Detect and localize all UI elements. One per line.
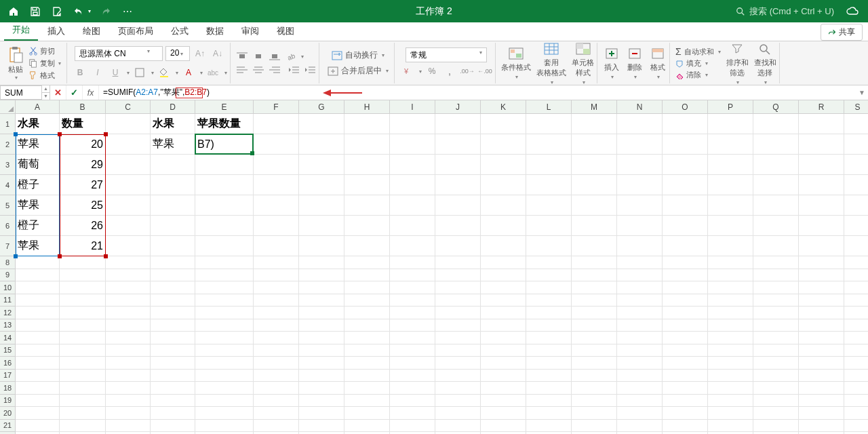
cell[interactable] [254,294,299,307]
cell[interactable] [617,382,663,395]
cell[interactable] [753,344,799,357]
cell[interactable] [151,357,195,370]
cell[interactable] [60,407,106,420]
cell[interactable] [254,175,299,195]
cell[interactable] [753,114,799,134]
cell[interactable] [60,269,106,282]
cell[interactable] [106,281,151,294]
cell[interactable] [844,175,868,195]
cell[interactable] [254,281,299,294]
cell[interactable] [799,216,844,236]
row-header-5[interactable]: 5 [0,195,16,216]
cell[interactable] [572,357,617,370]
decrease-indent-icon[interactable] [288,65,300,75]
cell[interactable] [106,307,151,319]
cell[interactable] [299,382,344,395]
cell[interactable] [390,395,435,408]
cell[interactable] [617,281,663,294]
cell[interactable] [435,307,481,319]
cell[interactable]: 苹果 [151,134,195,155]
italic-button[interactable]: I [90,65,105,80]
cell[interactable] [344,319,390,332]
row-header-16[interactable]: 16 [0,357,16,370]
cell[interactable] [106,395,151,408]
cell[interactable] [844,395,868,408]
conditional-format-button[interactable]: 条件格式▾ [501,46,531,80]
col-header-h[interactable]: H [344,100,390,114]
cell[interactable]: 水果 [16,114,60,134]
cell[interactable] [844,216,868,236]
cell[interactable] [481,114,526,134]
cell[interactable] [753,407,799,420]
cell[interactable] [16,332,60,344]
cell[interactable] [106,134,151,155]
formula-cancel-icon[interactable]: ✕ [50,85,66,100]
col-header-r[interactable]: R [799,100,844,114]
cell[interactable]: 29 [60,155,106,175]
cell[interactable] [753,216,799,236]
cell[interactable] [344,307,390,319]
cell[interactable] [390,155,435,175]
cell[interactable] [663,357,708,370]
cell[interactable] [344,281,390,294]
cell[interactable] [663,407,708,420]
cell[interactable] [151,155,195,175]
col-header-n[interactable]: N [617,100,663,114]
cell[interactable] [526,216,572,236]
cell[interactable] [708,319,753,332]
row-header-14[interactable]: 14 [0,332,16,344]
cell[interactable] [663,420,708,433]
col-header-b[interactable]: B [60,100,106,114]
cell[interactable] [390,114,435,134]
cell[interactable] [572,382,617,395]
cell[interactable] [435,370,481,382]
cell[interactable] [195,216,254,236]
cell[interactable] [299,294,344,307]
cell[interactable] [195,155,254,175]
cell[interactable] [344,216,390,236]
cell[interactable] [526,382,572,395]
cell[interactable]: 苹果 [16,134,60,155]
cell[interactable] [16,319,60,332]
cell[interactable]: B7) [195,134,254,155]
cell[interactable] [195,332,254,344]
col-header-l[interactable]: L [526,100,572,114]
row-header-4[interactable]: 4 [0,175,16,195]
cell[interactable] [663,395,708,408]
cell[interactable] [844,281,868,294]
cell[interactable] [708,420,753,433]
cell[interactable] [844,307,868,319]
cell[interactable] [572,344,617,357]
cell[interactable] [481,175,526,195]
cell[interactable] [481,370,526,382]
cell[interactable] [481,407,526,420]
fill-button[interactable]: 填充▾ [675,58,721,68]
cell[interactable] [844,382,868,395]
cell[interactable]: 27 [60,175,106,195]
cell[interactable] [390,344,435,357]
cell[interactable] [844,370,868,382]
cell[interactable] [299,269,344,282]
col-header-d[interactable]: D [151,100,195,114]
format-cells-button[interactable]: 格式▾ [649,46,667,80]
cell[interactable] [299,155,344,175]
cell[interactable] [481,357,526,370]
cell[interactable] [195,370,254,382]
cell[interactable] [106,236,151,256]
cell[interactable] [753,294,799,307]
cell[interactable] [572,155,617,175]
cell[interactable] [106,114,151,134]
cell[interactable] [481,155,526,175]
cell[interactable] [572,216,617,236]
row-header-3[interactable]: 3 [0,155,16,175]
cell[interactable] [151,307,195,319]
cell[interactable] [254,269,299,282]
cell[interactable] [799,281,844,294]
cell[interactable] [708,256,753,269]
cell[interactable] [16,281,60,294]
cell[interactable] [299,407,344,420]
cell[interactable] [844,134,868,155]
cell[interactable] [663,382,708,395]
cell[interactable] [617,269,663,282]
cell[interactable] [708,216,753,236]
